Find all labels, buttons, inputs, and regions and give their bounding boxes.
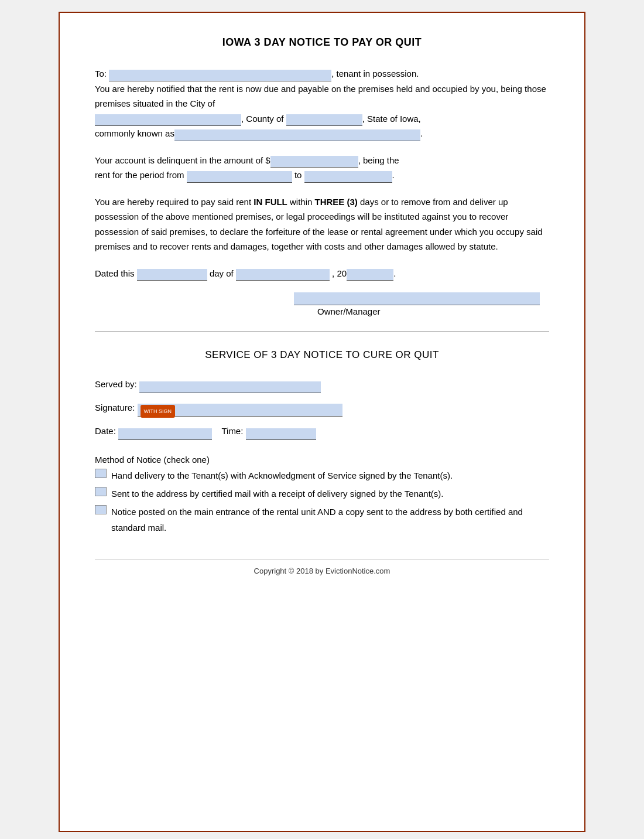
state-label: , State of Iowa, (362, 114, 421, 124)
address-field[interactable] (174, 129, 420, 141)
day-field[interactable] (137, 269, 207, 281)
time-label: Time: (221, 426, 243, 436)
being-the: , being the (358, 155, 399, 165)
owner-signature-area (294, 292, 549, 305)
served-by-field[interactable] (139, 381, 321, 393)
signature-badge: WITH SIGN (141, 405, 176, 418)
checkbox-2[interactable] (95, 487, 107, 496)
time-field[interactable] (246, 428, 316, 440)
footer: Copyright © 2018 by EvictionNotice.com (95, 559, 549, 575)
dated-section: Dated this day of , 20. (95, 266, 549, 281)
city-field[interactable] (95, 114, 241, 126)
checkbox-1[interactable] (95, 469, 107, 478)
date-field[interactable] (118, 428, 212, 440)
amount-section: Your account is delinquent in the amount… (95, 153, 549, 183)
to-section: To: , tenant in possession. You are here… (95, 66, 549, 141)
three-text: THREE (3) (314, 197, 357, 207)
year-field[interactable] (347, 269, 393, 281)
date-time-row: Date: Time: (95, 422, 549, 440)
tenant-name-field[interactable] (109, 70, 331, 81)
method-item-3: Notice posted on the main entrance of th… (95, 504, 549, 536)
date-label: Date: (95, 426, 116, 436)
document-title: IOWA 3 DAY NOTICE TO PAY OR QUIT (95, 36, 549, 49)
method3-text: Notice posted on the main entrance of th… (111, 504, 549, 536)
signature-field[interactable]: WITH SIGN (138, 404, 342, 417)
para1-text: You are hereby notified that the rent is… (95, 84, 546, 109)
method-item-1: Hand delivery to the Tenant(s) with Ackn… (95, 468, 549, 483)
commonly-known-label: commonly known as (95, 128, 174, 138)
checkbox-3[interactable] (95, 505, 107, 514)
method-section: Method of Notice (check one) Hand delive… (95, 452, 549, 536)
signature-label: Signature: (95, 403, 135, 412)
period1: . (420, 128, 423, 138)
period-from-field[interactable] (187, 171, 292, 183)
method1-text: Hand delivery to the Tenant(s) with Ackn… (111, 468, 453, 483)
day-of-label: day of (210, 268, 234, 278)
para3-start: You are hereby required to pay said rent (95, 197, 254, 207)
in-full-text: IN FULL (254, 197, 287, 207)
rent-period-label: rent for the period from (95, 170, 184, 180)
method2-text: Sent to the address by certified mail wi… (111, 486, 444, 502)
period2: . (392, 170, 395, 180)
section-divider (95, 331, 549, 332)
dated-this-label: Dated this (95, 268, 135, 278)
served-by-row: Served by: (95, 376, 549, 393)
method-title: Method of Notice (check one) (95, 452, 549, 468)
copyright-text: Copyright © 2018 by EvictionNotice.com (254, 567, 390, 575)
served-by-label: Served by: (95, 379, 137, 389)
amount-field[interactable] (270, 156, 358, 168)
within-text: within (287, 197, 315, 207)
tenant-suffix: , tenant in possession. (331, 69, 419, 79)
document-page: IOWA 3 DAY NOTICE TO PAY OR QUIT To: , t… (59, 12, 585, 832)
county-field[interactable] (286, 114, 362, 126)
to-label-period: to (294, 170, 302, 180)
month-field[interactable] (236, 269, 330, 281)
period-to-field[interactable] (304, 171, 392, 183)
comma-20-label: , 20 (332, 268, 347, 278)
notice-paragraph: You are hereby required to pay said rent… (95, 195, 549, 254)
owner-label: Owner/Manager (317, 306, 549, 316)
para2-start: Your account is delinquent in the amount… (95, 155, 270, 165)
to-label: To: (95, 69, 107, 79)
period3: . (393, 268, 396, 278)
method-item-2: Sent to the address by certified mail wi… (95, 486, 549, 502)
county-of-label: , County of (241, 114, 284, 124)
service-title: SERVICE OF 3 DAY NOTICE TO CURE OR QUIT (95, 349, 549, 361)
owner-sig-field[interactable] (294, 292, 540, 305)
signature-row: Signature: WITH SIGN (95, 399, 549, 417)
